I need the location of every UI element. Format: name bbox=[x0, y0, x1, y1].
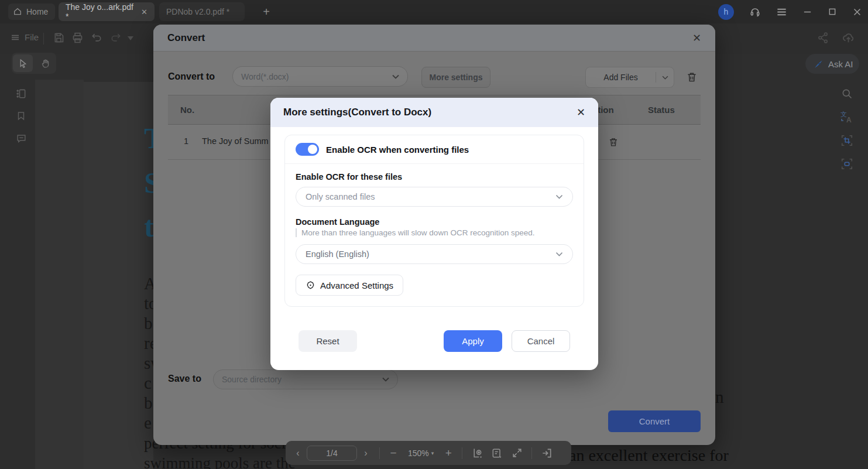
thumbnail-panel bbox=[35, 80, 84, 469]
save-to-value: Source directory bbox=[222, 375, 282, 384]
cancel-button[interactable]: Cancel bbox=[512, 330, 570, 352]
pdf-text-fragment: c bbox=[144, 374, 152, 393]
redo-icon[interactable] bbox=[110, 32, 122, 43]
chevron-down-icon bbox=[555, 252, 563, 256]
page-indicator[interactable]: 1/4 bbox=[307, 446, 357, 461]
pdf-heading-letter: t bbox=[144, 210, 154, 244]
tab-inactive-document[interactable]: PDNob v2.0.pdf * bbox=[159, 2, 245, 21]
hand-tool[interactable] bbox=[35, 54, 55, 72]
modal-title: More settings(Convert to Docx) bbox=[283, 107, 577, 118]
maximize-icon[interactable] bbox=[828, 7, 837, 16]
convert-dialog-close-icon[interactable]: ✕ bbox=[692, 32, 701, 44]
share-icon[interactable] bbox=[817, 32, 829, 44]
support-headset-icon[interactable] bbox=[749, 6, 761, 18]
svg-text:A: A bbox=[846, 116, 852, 124]
ocr-settings-card: Enable OCR when converting files Enable … bbox=[284, 135, 584, 307]
reset-button[interactable]: Reset bbox=[299, 330, 357, 352]
home-label: Home bbox=[26, 7, 48, 16]
row-filename: The Joy of Summ bbox=[202, 136, 269, 146]
tab-label: PDNob v2.0.pdf * bbox=[166, 7, 229, 16]
chevron-down-icon bbox=[555, 194, 563, 199]
format-select[interactable]: Word(*.docx) bbox=[232, 66, 408, 87]
modal-header: More settings(Convert to Docx) ✕ bbox=[270, 98, 598, 127]
more-settings-button[interactable]: More settings bbox=[421, 67, 490, 88]
convert-dialog-title: Convert bbox=[167, 32, 692, 44]
select-tool[interactable] bbox=[13, 54, 33, 72]
pdf-text-line: swimming pools are the bbox=[144, 454, 296, 469]
statusbar-divider bbox=[462, 447, 462, 459]
file-menu-label: File bbox=[25, 32, 39, 42]
column-no: No. bbox=[180, 105, 194, 115]
next-page-button[interactable]: › bbox=[357, 448, 375, 458]
toggle-knob bbox=[308, 145, 317, 154]
tab-label: The Joy o...ark.pdf * bbox=[66, 2, 135, 21]
cloud-upload-icon[interactable] bbox=[842, 31, 855, 44]
zoom-in-button[interactable]: + bbox=[440, 447, 457, 460]
settings-gear-icon bbox=[306, 280, 315, 290]
ocr-files-value: Only scanned files bbox=[306, 192, 375, 201]
tab-close-icon[interactable]: ✕ bbox=[141, 8, 147, 16]
language-label: Document Language bbox=[296, 217, 573, 227]
chevron-down-icon[interactable] bbox=[656, 76, 674, 80]
convert-to-label: Convert to bbox=[168, 71, 215, 82]
prev-page-button[interactable]: ‹ bbox=[289, 448, 307, 458]
column-status: Status bbox=[648, 105, 675, 115]
app-screen: Home The Joy o...ark.pdf * ✕ PDNob v2.0.… bbox=[0, 0, 868, 469]
save-icon[interactable] bbox=[53, 32, 65, 44]
ask-ai-button[interactable]: Ask AI bbox=[805, 54, 859, 74]
statusbar-divider bbox=[531, 447, 532, 459]
chevron-down-icon bbox=[392, 74, 399, 79]
zoom-level[interactable]: 150% bbox=[408, 449, 429, 458]
pdf-text-fragment: n bbox=[715, 388, 724, 407]
advanced-settings-label: Advanced Settings bbox=[320, 280, 393, 290]
menu-icon[interactable] bbox=[776, 6, 787, 18]
save-to-select[interactable]: Source directory bbox=[213, 369, 398, 389]
tab-active-document[interactable]: The Joy o...ark.pdf * ✕ bbox=[59, 2, 155, 21]
home-button[interactable]: Home bbox=[8, 4, 55, 20]
file-menu[interactable]: File bbox=[11, 32, 39, 42]
fullscreen-icon[interactable] bbox=[507, 447, 527, 458]
new-tab-button[interactable]: + bbox=[259, 5, 273, 19]
screenshot-ocr-icon[interactable] bbox=[839, 156, 855, 172]
crop-capture-icon[interactable] bbox=[839, 132, 855, 149]
language-value: English (English) bbox=[306, 249, 369, 259]
avatar[interactable]: h bbox=[718, 4, 734, 20]
print-icon[interactable] bbox=[71, 32, 84, 44]
search-icon[interactable] bbox=[839, 85, 855, 102]
undo-icon[interactable] bbox=[91, 32, 102, 43]
comments-icon[interactable] bbox=[14, 131, 28, 145]
convert-button[interactable]: Convert bbox=[608, 410, 701, 432]
zoom-out-button[interactable]: − bbox=[385, 447, 402, 460]
add-files-button[interactable]: Add Files bbox=[585, 67, 674, 88]
read-mode-icon[interactable] bbox=[487, 447, 507, 459]
zoom-caret-icon[interactable]: ▾ bbox=[431, 450, 434, 456]
pointer-tools bbox=[12, 53, 56, 74]
minimize-icon[interactable] bbox=[802, 7, 812, 17]
page-view-mode-icon[interactable] bbox=[467, 447, 487, 459]
cursor-icon bbox=[18, 59, 28, 69]
apply-button[interactable]: Apply bbox=[444, 330, 502, 352]
toolbar-divider bbox=[43, 33, 44, 44]
ocr-toggle[interactable] bbox=[296, 143, 319, 156]
translate-icon[interactable]: 文A bbox=[839, 109, 855, 125]
advanced-settings-button[interactable]: Advanced Settings bbox=[296, 275, 403, 296]
bookmarks-icon[interactable] bbox=[14, 109, 28, 123]
page-thumbnails-icon[interactable] bbox=[14, 87, 28, 101]
hand-icon bbox=[40, 59, 50, 69]
titlebar: Home The Joy o...ark.pdf * ✕ PDNob v2.0.… bbox=[0, 0, 868, 23]
hide-panel-icon[interactable] bbox=[537, 447, 557, 459]
language-select[interactable]: English (English) bbox=[296, 244, 573, 264]
ocr-toggle-label: Enable OCR when converting files bbox=[326, 145, 469, 155]
pdf-page-edge bbox=[84, 82, 153, 469]
ocr-files-select[interactable]: Only scanned files bbox=[296, 187, 573, 207]
pdf-text-fragment: e bbox=[144, 413, 152, 433]
format-value: Word(*.docx) bbox=[241, 72, 289, 81]
save-to-label: Save to bbox=[168, 374, 201, 384]
delete-row-icon[interactable] bbox=[608, 136, 619, 148]
modal-close-icon[interactable]: ✕ bbox=[577, 106, 585, 119]
delete-all-icon[interactable] bbox=[686, 71, 698, 83]
pdf-text-fragment: b bbox=[144, 393, 153, 413]
add-files-label: Add Files bbox=[586, 73, 656, 82]
undo-dropdown-caret[interactable] bbox=[128, 36, 133, 40]
close-window-icon[interactable] bbox=[852, 7, 862, 17]
